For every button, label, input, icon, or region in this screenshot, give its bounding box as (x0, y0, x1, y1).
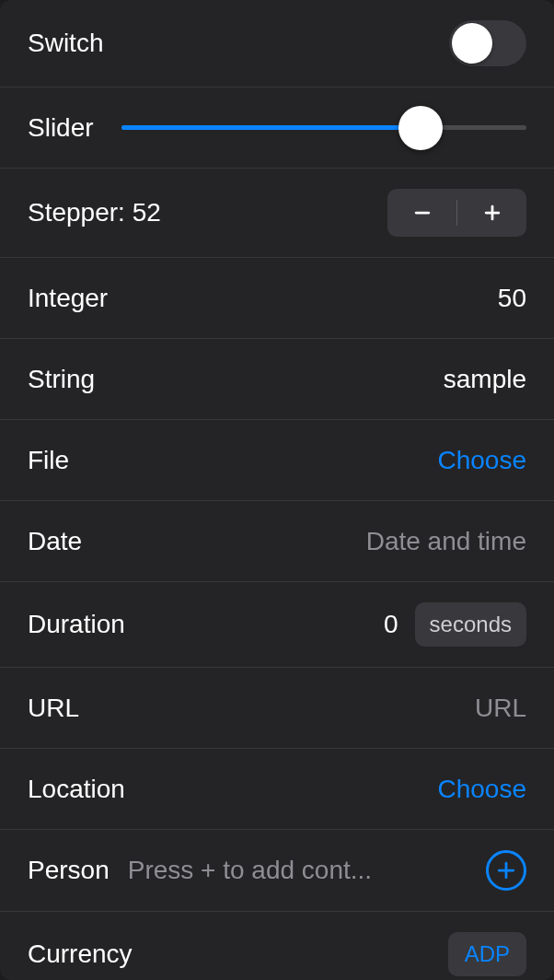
slider-thumb[interactable] (398, 106, 443, 150)
string-row[interactable]: String sample (0, 339, 554, 420)
add-contact-button[interactable] (486, 850, 526, 891)
person-placeholder: Press + to add cont... (128, 856, 471, 885)
stepper-control (387, 189, 526, 237)
location-choose-button[interactable]: Choose (437, 775, 526, 804)
settings-list: Switch Slider Stepper: 52 (0, 0, 554, 980)
date-placeholder: Date and time (366, 527, 526, 556)
currency-button[interactable]: ADP (448, 932, 526, 976)
slider-fill (121, 125, 421, 130)
stepper-decrement-button[interactable] (387, 189, 456, 237)
svg-rect-4 (505, 862, 508, 879)
string-value: sample (444, 365, 526, 394)
slider-label: Slider (28, 113, 94, 143)
person-row: Person Press + to add cont... (0, 830, 554, 912)
switch-label: Switch (28, 29, 103, 58)
currency-label: Currency (28, 939, 133, 969)
integer-label: Integer (28, 284, 108, 313)
date-row[interactable]: Date Date and time (0, 501, 554, 582)
stepper-label: Stepper: 52 (28, 198, 161, 228)
stepper-row: Stepper: 52 (0, 169, 554, 258)
location-label: Location (28, 775, 125, 804)
duration-unit-button[interactable]: seconds (415, 602, 526, 647)
integer-row[interactable]: Integer 50 (0, 258, 554, 339)
switch-toggle[interactable] (449, 20, 526, 66)
duration-value[interactable]: 0 (384, 610, 398, 639)
slider-track (121, 125, 526, 130)
file-label: File (28, 446, 69, 475)
currency-row: Currency ADP (0, 912, 554, 980)
url-placeholder: URL (475, 694, 526, 723)
minus-icon (412, 203, 433, 223)
file-row: File Choose (0, 420, 554, 501)
duration-label: Duration (28, 610, 125, 639)
file-choose-button[interactable]: Choose (437, 446, 526, 475)
person-label: Person (28, 856, 110, 885)
switch-row: Switch (0, 0, 554, 88)
duration-row: Duration 0 seconds (0, 582, 554, 668)
plus-icon (482, 203, 502, 223)
svg-rect-2 (491, 205, 493, 221)
svg-rect-0 (414, 212, 430, 215)
date-label: Date (28, 527, 82, 556)
url-label: URL (28, 694, 79, 723)
stepper-increment-button[interactable] (457, 189, 526, 237)
switch-knob (452, 23, 492, 64)
string-label: String (28, 365, 95, 394)
slider-row: Slider (0, 88, 554, 169)
plus-icon (496, 860, 516, 881)
location-row: Location Choose (0, 749, 554, 830)
url-row[interactable]: URL URL (0, 668, 554, 749)
integer-value: 50 (498, 284, 526, 313)
slider-control[interactable] (121, 125, 526, 130)
